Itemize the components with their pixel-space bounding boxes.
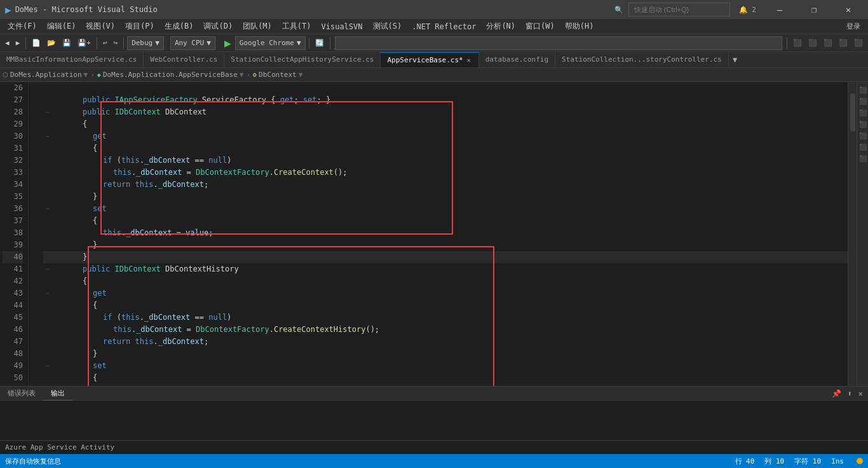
- fold-gutter-43[interactable]: −: [43, 287, 52, 299]
- separator-4: [309, 38, 309, 49]
- separator-6: [787, 38, 787, 49]
- menu-test[interactable]: 测试(S): [368, 19, 407, 34]
- fold-gutter-30[interactable]: −: [43, 130, 52, 142]
- rp-icon-6[interactable]: ⬛: [858, 142, 868, 152]
- code-editor[interactable]: public IAppServiceFactory ServiceFactory…: [38, 82, 848, 386]
- code-line-26: [43, 82, 848, 94]
- toolbar-new[interactable]: 📄: [29, 36, 43, 50]
- login-button[interactable]: 登录: [841, 22, 865, 31]
- rp-icon-5[interactable]: ⬛: [858, 130, 868, 141]
- menu-visualsvn[interactable]: VisualSVN: [316, 19, 368, 34]
- tab-appservicebase[interactable]: AppServiceBase.cs* ✕: [381, 52, 478, 67]
- toolbar-misc2[interactable]: ⬛: [806, 36, 820, 50]
- status-right: 行 40 列 10 字符 10 Ins: [735, 457, 864, 466]
- breadcrumb-bar: ⬡ DoMes.Application ▼ › ◆ DoMes.Applicat…: [0, 68, 868, 82]
- namespace-label: DoMes.Application: [10, 71, 82, 79]
- rp-icon-2[interactable]: ⬛: [858, 96, 868, 106]
- toolbar-forward[interactable]: ▶: [13, 36, 23, 50]
- line-number-26: 26: [3, 82, 23, 94]
- tab-database[interactable]: database.config: [479, 52, 555, 67]
- code-line-51: this._dbContext = value;: [43, 384, 848, 386]
- line-number-27: 27: [3, 94, 23, 106]
- rp-icon-4[interactable]: ⬛: [858, 119, 868, 129]
- tab-close-appservicebase[interactable]: ✕: [466, 57, 472, 64]
- toolbar-misc1[interactable]: ⬛: [790, 36, 804, 50]
- toolbar-open[interactable]: 📂: [44, 36, 58, 50]
- fold-gutter-49[interactable]: −: [43, 360, 52, 372]
- toolbar-undo[interactable]: ↩: [100, 36, 110, 50]
- line-number-46: 46: [3, 324, 23, 336]
- breadcrumb-class[interactable]: ◆ DoMes.Application.AppServiceBase ▼: [97, 71, 244, 79]
- browser-dropdown-icon[interactable]: ▼: [297, 39, 301, 47]
- tabs-more-button[interactable]: ▼: [729, 52, 742, 67]
- menu-file[interactable]: 文件(F): [3, 19, 42, 34]
- activity-bar: Azure App Service Activity: [0, 440, 868, 454]
- tab-mmbasic[interactable]: MMBasicInformationAppService.cs: [0, 52, 144, 67]
- rp-icon-3[interactable]: ⬛: [858, 107, 868, 118]
- menu-help[interactable]: 帮助(H): [560, 19, 599, 34]
- line-number-42: 42: [3, 275, 23, 287]
- output-tab-output[interactable]: 输出: [43, 387, 72, 401]
- run-button[interactable]: ▶: [222, 38, 234, 48]
- toolbar-refresh[interactable]: 🔄: [313, 36, 327, 50]
- toolbar-misc3[interactable]: ⬛: [821, 36, 835, 50]
- platform-dropdown-icon[interactable]: ▼: [207, 39, 211, 47]
- code-line-31: {: [43, 142, 848, 155]
- separator-5: [330, 38, 330, 49]
- code-line-46: this._dbContext = DbContextFactory.Creat…: [43, 324, 848, 336]
- fold-gutter-36[interactable]: −: [43, 203, 52, 215]
- rp-icon-1[interactable]: ⬛: [858, 85, 868, 95]
- menu-view[interactable]: 视图(V): [81, 19, 120, 34]
- quick-search-label: 🔍: [614, 6, 623, 14]
- menu-project[interactable]: 项目(P): [120, 19, 159, 34]
- notification-icon: 🔔 2: [735, 6, 760, 14]
- toolbar-save[interactable]: 💾: [60, 36, 74, 50]
- maximize-button[interactable]: ❐: [799, 0, 829, 19]
- output-tab-errors[interactable]: 错误列表: [0, 387, 43, 401]
- code-line-44: {: [43, 299, 848, 312]
- member-label: DbContext: [259, 71, 297, 79]
- close-button[interactable]: ✕: [834, 0, 863, 19]
- tab-stationcollection[interactable]: StationCollection...storyController.cs: [555, 52, 729, 67]
- debug-dropdown-icon[interactable]: ▼: [155, 39, 159, 47]
- menu-team[interactable]: 团队(M): [238, 19, 277, 34]
- output-pin-button[interactable]: 📌: [829, 389, 844, 398]
- vertical-scrollbar[interactable]: [848, 82, 857, 386]
- menu-debug[interactable]: 调试(D): [198, 19, 238, 34]
- output-close-button[interactable]: ✕: [856, 389, 865, 398]
- bc-dropdown-class[interactable]: ▼: [240, 71, 244, 79]
- rp-icon-7[interactable]: ⬛: [858, 153, 868, 163]
- menu-window[interactable]: 窗口(W): [520, 19, 560, 34]
- code-line-29: {: [43, 118, 848, 130]
- status-left: 保存自动恢复信息: [5, 457, 730, 466]
- bc-dropdown-member[interactable]: ▼: [299, 71, 303, 79]
- quick-search-input[interactable]: [628, 3, 730, 17]
- minimize-button[interactable]: —: [765, 0, 794, 19]
- toolbar-misc5[interactable]: ⬛: [851, 36, 865, 50]
- menu-edit[interactable]: 编辑(E): [42, 19, 81, 34]
- breadcrumb-member[interactable]: ⚙ DbContext ▼: [253, 71, 302, 79]
- vs-icon: ▶: [5, 4, 11, 16]
- menu-analyze[interactable]: 分析(N): [481, 19, 520, 34]
- line-number-51: 51: [3, 384, 23, 386]
- menu-build[interactable]: 生成(B): [159, 19, 199, 34]
- fold-gutter-28[interactable]: −: [43, 106, 52, 118]
- menu-bar: 文件(F) 编辑(E) 视图(V) 项目(P) 生成(B) 调试(D) 团队(M…: [0, 19, 868, 34]
- status-indicator: [857, 458, 863, 464]
- tab-stationcollect[interactable]: StationCollectAppHistoryService.cs: [224, 52, 381, 67]
- line-number-39: 39: [3, 239, 23, 251]
- bc-dropdown-ns[interactable]: ▼: [84, 71, 88, 79]
- scrollbar-thumb[interactable]: [850, 93, 855, 132]
- fold-gutter-41[interactable]: −: [43, 263, 52, 275]
- toolbar-misc4[interactable]: ⬛: [836, 36, 850, 50]
- menu-tools[interactable]: 工具(T): [277, 19, 316, 34]
- tab-webcontroller[interactable]: WebController.cs: [144, 52, 224, 67]
- output-expand-button[interactable]: ⬆: [845, 389, 855, 398]
- menu-net-reflector[interactable]: .NET Reflector: [407, 19, 481, 34]
- breadcrumb-namespace[interactable]: ⬡ DoMes.Application ▼: [3, 71, 88, 79]
- toolbar-redo[interactable]: ↪: [111, 36, 121, 50]
- platform-label: Any CPU: [175, 39, 204, 47]
- output-tabs-bar: 错误列表 输出 📌 ⬆ ✕: [0, 387, 868, 401]
- toolbar-back[interactable]: ◀: [3, 36, 12, 50]
- toolbar-save-all[interactable]: 💾+: [75, 36, 93, 50]
